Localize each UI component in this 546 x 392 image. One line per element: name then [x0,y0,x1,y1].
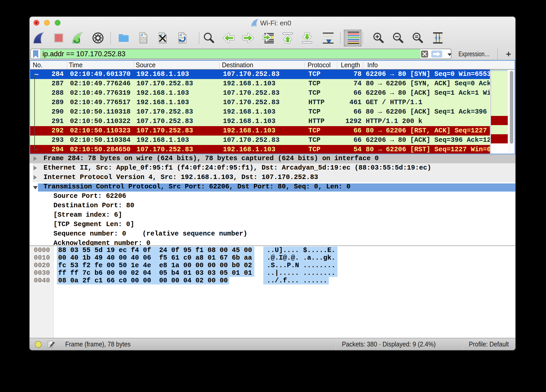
svg-text:01110: 01110 [140,41,147,43]
